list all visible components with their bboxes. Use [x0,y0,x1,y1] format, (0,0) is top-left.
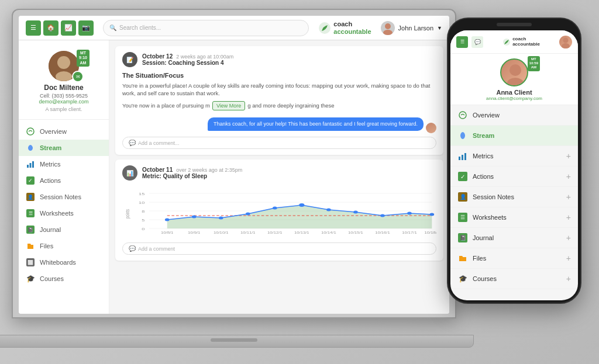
phone-nav-label-courses: Courses [473,275,562,282]
sidebar-item-whiteboards[interactable]: ⬜ Whiteboards [19,254,109,271]
phone-nav-journal[interactable]: 📓 Journal + [450,228,578,248]
user-avatar [381,21,395,35]
phone-nav-session-notes[interactable]: 👤 Session Notes + [450,187,578,207]
svg-point-49 [507,78,524,86]
phone-nav-plus-courses[interactable]: + [566,274,571,283]
search-placeholder: Search clients... [119,25,161,31]
session-time-ago: 2 weeks ago at 10:00am [176,54,233,60]
svg-text:10/12/1: 10/12/1 [267,231,283,234]
nav-items: Overview Stream [19,120,109,308]
svg-text:10/13/1: 10/13/1 [294,231,309,234]
sidebar-label-session-notes: Session Notes [40,193,81,200]
svg-text:10/10/1: 10/10/1 [214,231,229,234]
sidebar-label-stream: Stream [40,144,61,151]
svg-point-24 [219,217,223,220]
svg-point-4 [57,56,70,69]
phone-session-notes-icon: 👤 [457,192,468,202]
phone-nav-stream[interactable]: Stream [450,126,578,146]
session-subtitle: The Situation/Focus [122,72,436,79]
phone-nav-actions[interactable]: ✓ Actions + [450,167,578,187]
phone-nav-label-journal: Journal [473,234,562,241]
chart-icon[interactable]: 📈 [61,20,76,36]
comment-placeholder: Add a comment... [138,140,180,146]
phone-nav-courses[interactable]: 🎓 Courses + [450,269,578,289]
svg-point-32 [429,213,434,216]
sidebar-label-whiteboards: Whiteboards [40,259,76,266]
svg-rect-52 [462,155,463,160]
whiteboards-icon: ⬜ [26,258,35,267]
metric-comment-icon: 💬 [129,245,136,252]
svg-point-6 [27,128,34,135]
comment-input[interactable]: 💬 Add a comment... [122,137,436,149]
client-phone: Cell: (303) 555-9525 [25,93,103,99]
sidebar-item-metrics[interactable]: Metrics [19,156,109,172]
svg-point-29 [353,211,358,214]
metric-comment-input[interactable]: 💬 Add a comment [122,242,436,255]
phone-client-email: anna.client@company.com [455,96,573,101]
session-notes-icon: 👤 [26,192,35,202]
svg-text:5: 5 [142,219,144,223]
client-name: Doc Miltene [25,84,103,92]
courses-icon: 🎓 [26,274,35,283]
svg-text:10/14/1: 10/14/1 [321,231,336,234]
phone-nav-label-metrics: Metrics [473,152,562,160]
phone-menu-icon[interactable]: ☰ [456,36,468,48]
camera-icon[interactable]: 📷 [78,20,94,36]
svg-text:10/8/1: 10/8/1 [161,231,174,234]
phone-nav-plus-session-notes[interactable]: + [566,192,571,202]
worksheets-icon: ☰ [26,209,35,218]
svg-point-28 [326,209,331,212]
phone-nav-plus-actions[interactable]: + [566,172,571,181]
laptop-body: ☰ 🏠 📈 📷 🔍 Search clients... [12,9,456,318]
sidebar-item-session-notes[interactable]: 👤 Session Notes [19,189,109,205]
phone-nav-files[interactable]: Files + [450,248,578,269]
phone-nav-metrics[interactable]: Metrics + [450,146,578,167]
svg-point-1 [385,23,391,29]
phone-nav-worksheets[interactable]: ☰ Worksheets + [450,207,578,228]
sidebar-item-files[interactable]: Files [19,238,109,254]
phone-nav: Overview Stream Metrics + [450,105,578,300]
phone-nav-plus-files[interactable]: + [566,254,571,263]
sidebar-item-stream[interactable]: Stream [19,140,109,156]
view-more-button[interactable]: View More [212,101,245,110]
phone-nav-overview[interactable]: Overview [450,105,578,126]
phone: ☰ 💬 coach accountable [447,18,581,304]
user-area[interactable]: John Larson ▼ [381,21,442,35]
sleep-chart: 15 10 8 5 0 [122,188,436,234]
sidebar-item-actions[interactable]: ✓ Actions [19,172,109,189]
svg-rect-9 [32,161,34,168]
phone-time-badge: MT 10:59 AM [528,56,540,71]
home-icon[interactable]: 🏠 [43,20,58,36]
chat-bubble: Thanks coach, for all your help! This ha… [208,117,424,131]
phone-topbar: ☰ 💬 coach accountable [450,30,578,54]
svg-text:10/15/1: 10/15/1 [348,231,363,234]
svg-text:10: 10 [139,201,144,205]
sidebar-label-files: Files [40,242,53,249]
sidebar-label-overview: Overview [40,128,67,135]
menu-icon[interactable]: ☰ [26,20,41,36]
svg-marker-20 [167,205,432,228]
sidebar-item-overview[interactable]: Overview [19,123,109,140]
scene: ☰ 🏠 📈 📷 🔍 Search clients... [0,0,599,364]
svg-point-22 [165,219,170,221]
sidebar-item-courses[interactable]: 🎓 Courses [19,271,109,287]
svg-point-25 [246,213,250,216]
phone-nav-plus-worksheets[interactable]: + [566,213,571,222]
phone-logo: coach accountable [487,37,556,47]
phone-nav-label-files: Files [473,255,562,262]
session-card-header: 📝 October 12 2 weeks ago at 10:00am Sess… [122,52,436,67]
session-event-type: Session: Coaching Session 4 [142,60,233,66]
phone-nav-plus-journal[interactable]: + [566,233,571,242]
phone-chat-icon[interactable]: 💬 [471,36,483,48]
sidebar-item-worksheets[interactable]: ☰ Worksheets [19,205,109,221]
app-content: ✉ MT 9:10 AM Doc Miltene Cell: (303) 555… [19,40,449,314]
phone-nav-plus-metrics[interactable]: + [566,151,571,161]
truncated-text: You're now in a place of pursuing m [122,102,210,109]
search-bar[interactable]: 🔍 Search clients... [103,20,309,36]
phone-stream-icon [457,130,468,141]
sidebar-item-journal[interactable]: 📓 Journal [19,221,109,238]
svg-point-50 [459,112,466,119]
metric-comment-placeholder: Add a comment [138,246,175,252]
svg-text:15: 15 [139,192,144,196]
svg-rect-53 [464,153,466,160]
